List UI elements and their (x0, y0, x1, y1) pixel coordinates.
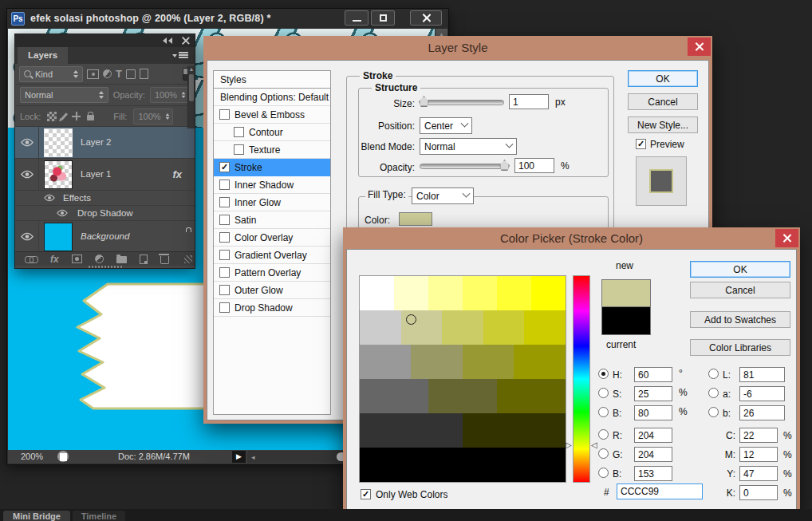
checkbox[interactable] (234, 127, 244, 137)
layer-row-background[interactable]: Background (15, 221, 195, 253)
layer1-name[interactable]: Layer 1 (81, 169, 111, 179)
filter-smart-object-icon[interactable] (140, 69, 148, 79)
close-button[interactable] (410, 10, 442, 26)
scrollbar-thumb[interactable] (189, 74, 194, 101)
color-libraries-button[interactable]: Color Libraries (690, 339, 790, 356)
lab-a-input[interactable] (739, 386, 785, 401)
visibility-eye-icon[interactable] (15, 127, 39, 158)
checkbox[interactable] (219, 215, 230, 225)
color-picker-title[interactable]: Color Picker (Stroke Color) (343, 227, 800, 249)
delete-layer-icon[interactable] (160, 256, 169, 264)
checkbox[interactable] (219, 267, 230, 278)
brightness-input[interactable] (634, 405, 672, 420)
add-mask-icon[interactable] (72, 255, 82, 263)
opacity-select[interactable]: 100% (150, 87, 190, 103)
only-web-colors-checkbox[interactable] (361, 489, 371, 499)
hue-slider[interactable] (573, 275, 590, 483)
lab-a-radio[interactable] (708, 388, 719, 398)
color-field-marker[interactable] (406, 314, 416, 325)
style-item-pattern-overlay[interactable]: Pattern Overlay (214, 264, 330, 282)
kind-filter-select[interactable]: Kind (19, 66, 83, 82)
filter-type-icon[interactable]: T (116, 68, 122, 80)
visibility-eye-icon[interactable] (15, 221, 39, 252)
visibility-eye-icon[interactable] (57, 209, 68, 219)
position-select[interactable]: Center (420, 117, 472, 134)
cyan-input[interactable] (739, 428, 778, 443)
style-item-stroke[interactable]: Stroke (214, 159, 330, 176)
checkbox[interactable] (219, 232, 230, 243)
red-input[interactable] (634, 428, 672, 443)
checkbox-checked[interactable] (219, 162, 230, 172)
add-to-swatches-button[interactable]: Add to Swatches (690, 311, 790, 328)
hex-input[interactable] (617, 484, 703, 499)
lab-b-input[interactable] (739, 405, 785, 420)
style-item-drop-shadow[interactable]: Drop Shadow (214, 299, 330, 317)
saturation-input[interactable] (634, 386, 672, 401)
checkbox[interactable] (219, 109, 230, 120)
lock-all-icon[interactable] (87, 115, 94, 120)
adjustment-layer-icon[interactable] (95, 255, 104, 263)
yellow-input[interactable] (739, 466, 778, 481)
style-item-inner-shadow[interactable]: Inner Shadow (214, 176, 330, 194)
hue-marker-right-icon[interactable]: ◁ (591, 441, 597, 449)
checkbox[interactable] (219, 302, 230, 313)
red-radio[interactable] (598, 429, 609, 440)
panel-menu-icon[interactable] (175, 52, 188, 59)
lab-l-input[interactable] (739, 367, 785, 382)
background-name[interactable]: Background (81, 231, 129, 241)
layers-list-scrollbar[interactable]: ▲ (187, 66, 195, 128)
layer-row-layer1[interactable]: Layer 1 fx (15, 159, 195, 191)
panel-resize-handle[interactable] (89, 266, 124, 268)
saturation-radio[interactable] (598, 388, 609, 398)
layer1-thumbnail[interactable] (44, 160, 73, 189)
link-layers-icon[interactable] (25, 256, 37, 262)
ok-button[interactable]: OK (628, 70, 698, 87)
style-item-color-overlay[interactable]: Color Overlay (214, 229, 330, 247)
checkbox[interactable] (234, 144, 244, 155)
style-item-satin[interactable]: Satin (214, 211, 330, 229)
layers-tab[interactable]: Layers (18, 47, 68, 64)
filter-pixel-layers-icon[interactable] (87, 69, 99, 79)
blue-input[interactable] (634, 466, 672, 481)
style-item-gradient-overlay[interactable]: Gradient Overlay (214, 247, 330, 264)
scroll-up-icon[interactable]: ▲ (188, 66, 195, 72)
style-item-blending-options[interactable]: Blending Options: Default (214, 89, 330, 106)
minimize-button[interactable] (345, 10, 369, 26)
checkbox[interactable] (219, 180, 230, 190)
cancel-button[interactable]: Cancel (690, 282, 790, 298)
mini-bridge-tab[interactable]: Mini Bridge (3, 511, 70, 521)
style-item-contour[interactable]: Contour (214, 124, 330, 141)
layer-row-layer2[interactable]: Layer 2 (15, 127, 195, 159)
new-layer-icon[interactable] (140, 255, 148, 264)
stroke-color-swatch[interactable] (399, 212, 432, 226)
black-input[interactable] (739, 485, 778, 500)
scroll-left-icon[interactable]: ◂ (251, 453, 255, 461)
styles-header[interactable]: Styles (214, 71, 330, 89)
blend-mode-select[interactable]: Normal (420, 138, 517, 155)
fill-select[interactable]: 100% (133, 109, 173, 124)
checkbox[interactable] (219, 197, 230, 207)
blue-radio[interactable] (598, 468, 609, 478)
opacity-input[interactable] (514, 158, 554, 173)
layer-fx-badge[interactable]: fx (172, 168, 182, 180)
timeline-tab[interactable]: Timeline (73, 511, 125, 521)
filter-shape-icon[interactable] (126, 69, 136, 79)
style-item-inner-glow[interactable]: Inner Glow (214, 194, 330, 211)
fill-type-select[interactable]: Color (412, 187, 474, 204)
checkbox[interactable] (219, 250, 230, 260)
hue-marker-left-icon[interactable]: ▷ (566, 441, 572, 449)
layer-style-title[interactable]: Layer Style (203, 36, 712, 60)
maximize-button[interactable] (371, 10, 395, 26)
opacity-slider[interactable] (420, 164, 509, 169)
doc-size-info[interactable]: Doc: 2.86M/4.77M (118, 452, 190, 461)
size-slider[interactable] (420, 100, 504, 105)
dialog-close-button[interactable] (775, 229, 798, 247)
layer2-thumbnail[interactable] (44, 128, 73, 157)
lab-l-radio[interactable] (708, 369, 719, 379)
layer-row-drop-shadow[interactable]: Drop Shadow (15, 206, 195, 221)
dialog-close-button[interactable] (688, 37, 711, 56)
lock-transparency-icon[interactable] (47, 112, 57, 121)
drop-shadow-label[interactable]: Drop Shadow (77, 208, 133, 218)
preview-checkbox[interactable] (636, 139, 646, 149)
brightness-radio[interactable] (598, 407, 609, 417)
